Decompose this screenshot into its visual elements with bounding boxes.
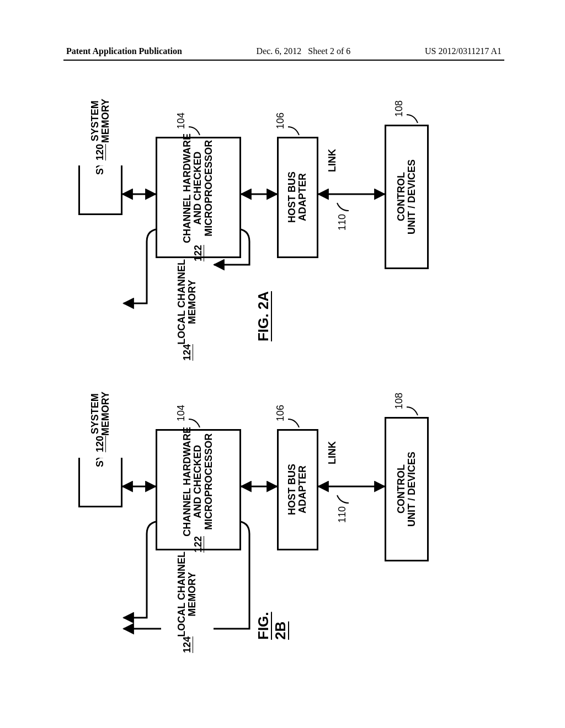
cu-ref: 108 [393,100,405,117]
system-memory-ref: 120 [95,144,105,160]
pub-type: Patent Application Publication [66,46,182,56]
hba-box: HOST BUS ADAPTER [277,429,318,550]
system-memory-label: SYSTEM MEMORY [90,392,111,436]
link-ref: 110 [337,506,348,523]
channel-proc-ref: 122 [193,536,204,553]
lcm-label: LOCAL CHANNEL MEMORY [177,552,198,637]
hba-box: HOST BUS ADAPTER [277,137,318,258]
figures-area: SYSTEM 102 SYSTEM MEMORY 120 CHANNEL HAR… [55,77,510,706]
cu-box: CONTROL UNIT / DEVICES [385,125,429,269]
system-memory-ref: 120 [95,436,105,452]
link-ref: 110 [337,214,348,231]
cu-ref: 108 [393,393,405,409]
cu-box: CONTROL UNIT / DEVICES [385,417,429,561]
header-rule [63,60,504,61]
page-header: Patent Application Publication Dec. 6, 2… [0,46,565,56]
channel-box: CHANNEL HARDWARE AND CHECKED MICROPROCES… [156,429,241,550]
hba-ref: 106 [275,405,286,421]
lcm-box: LOCAL CHANNEL MEMORY 124 [161,561,214,643]
hba-ref: 106 [275,113,286,129]
pub-number: US 2012/0311217 A1 [425,46,502,56]
channel-label: CHANNEL HARDWARE AND CHECKED MICROPROCES… [182,427,214,537]
system-memory-box: SYSTEM MEMORY 120 [78,94,122,165]
hba-label: HOST BUS ADAPTER [287,464,308,515]
pub-date: Dec. 6, 2012 Sheet 2 of 6 [257,46,351,56]
channel-ref: 104 [175,113,187,129]
lcm-ref: 124 [182,344,193,361]
lcm-ref: 124 [182,636,193,653]
link-label: LINK [327,441,338,464]
figure-label: FIG. 2B [255,611,289,640]
system-memory-box: SYSTEM MEMORY 120 [78,386,122,458]
channel-label: CHANNEL HARDWARE AND CHECKED MICROPROCES… [182,133,214,243]
cu-label: CONTROL UNIT / DEVICES [396,452,418,527]
figure-2b: SYSTEM 102 SYSTEM MEMORY 120 CHANNEL HAR… [55,386,510,640]
channel-box: CHANNEL HARDWARE AND CHECKED MICROPROCES… [156,137,241,258]
link-label: LINK [327,149,338,172]
system-memory-label: SYSTEM MEMORY [90,99,111,143]
cu-label: CONTROL UNIT / DEVICES [396,159,418,234]
lcm-box: LOCAL CHANNEL MEMORY 124 [161,269,214,351]
hba-label: HOST BUS ADAPTER [287,172,308,223]
figure-2a: SYSTEM 102 SYSTEM MEMORY 120 CHANNEL HAR… [55,94,510,347]
channel-ref: 104 [175,405,187,421]
lcm-label: LOCAL CHANNEL MEMORY [177,259,198,345]
figure-label: FIG. 2A [255,291,272,341]
